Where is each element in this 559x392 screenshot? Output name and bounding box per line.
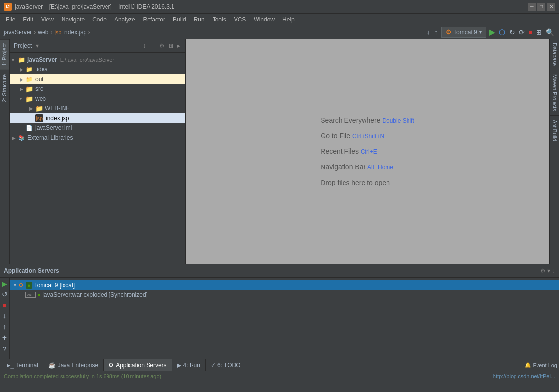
layout-button[interactable]: ⊞ [535, 28, 543, 36]
menu-view[interactable]: View [37, 15, 58, 24]
tab-todo-label: 6: TODO [217, 362, 241, 369]
menu-vcs[interactable]: VCS [230, 15, 250, 24]
server-war-item[interactable]: war ● javaServer:war exploded [Synchroni… [10, 290, 559, 300]
tab-project[interactable]: 1: Project [0, 39, 9, 70]
menu-run[interactable]: Run [190, 15, 209, 24]
tab-app-servers[interactable]: ⚙ Application Servers [104, 359, 172, 371]
file-icon-iml: 📄 [25, 124, 33, 132]
menu-navigate[interactable]: Navigate [58, 15, 88, 24]
java-enterprise-icon: ☕ [48, 362, 56, 369]
menu-analyze[interactable]: Analyze [110, 15, 139, 24]
project-root-path: E:\java_pro\javaServer [60, 57, 114, 62]
tab-terminal[interactable]: ▶_ Terminal [2, 359, 43, 371]
close-button[interactable]: ✕ [547, 3, 555, 11]
war-badge: war [25, 292, 36, 298]
status-link[interactable]: http://blog.csdn.net/ItPei... [493, 373, 555, 379]
tab-database[interactable]: Database [550, 39, 559, 70]
folder-icon-idea: 📁 [25, 65, 33, 73]
reload-button[interactable]: ↻ [508, 28, 516, 36]
extlibs-icon: 📚 [18, 134, 25, 142]
tree-item-iml[interactable]: 📄 javaServer.iml [10, 123, 185, 133]
event-log-link[interactable]: Event Log [533, 362, 557, 368]
tab-structure[interactable]: 2: Structure [0, 70, 9, 106]
reload-alt-button[interactable]: ⟳ [518, 28, 526, 36]
tree-item-web[interactable]: ▾ 📁 web [10, 94, 185, 103]
menu-refactor[interactable]: Refactor [139, 15, 169, 24]
tomcat-config-icon: ⚙ [446, 28, 452, 36]
menu-window[interactable]: Window [250, 15, 279, 24]
tab-ant[interactable]: Ant Build [550, 116, 559, 145]
tree-item-idea[interactable]: ▶ 📁 .idea [10, 64, 185, 74]
tab-maven[interactable]: Maven Projects [550, 70, 559, 116]
server-run-button[interactable]: ▶ [2, 280, 7, 288]
tree-item-out[interactable]: ▶ 📁 out [10, 74, 185, 84]
folder-icon-web: 📁 [25, 95, 33, 103]
status-message: Compilation completed successfully in 1s… [4, 373, 161, 379]
minimize-button[interactable]: ─ [528, 3, 536, 11]
panel-expand-button[interactable]: ⊞ [168, 42, 174, 49]
server-reload-button[interactable]: ↺ [2, 290, 8, 298]
menu-bar: File Edit View Navigate Code Analyze Ref… [0, 14, 559, 25]
server-help-button[interactable]: ? [3, 345, 7, 353]
window-controls: ─ □ ✕ [528, 3, 555, 11]
editor-hints: Search Everywhere Double Shift Go to Fil… [321, 116, 414, 186]
hint-goto-file: Go to File Ctrl+Shift+N [321, 132, 414, 140]
hint-search-everywhere: Search Everywhere Double Shift [321, 116, 414, 124]
expand-arrow-out: ▶ [20, 77, 25, 82]
tree-item-src[interactable]: ▶ 📁 src [10, 84, 185, 94]
server-add-button[interactable]: + [2, 333, 7, 342]
right-tool-tabs: Database Maven Projects Ant Build [549, 39, 559, 264]
folder-icon-src: 📁 [25, 85, 33, 93]
bottom-panel-title: Application Servers [4, 268, 59, 274]
tree-item-extlibs[interactable]: ▶ 📚 External Libraries [10, 133, 185, 143]
maximize-button[interactable]: □ [538, 3, 545, 11]
tab-run-label: 4: Run [183, 362, 200, 369]
tab-java-enterprise[interactable]: ☕ Java Enterprise [43, 359, 104, 371]
tab-app-servers-label: Application Servers [116, 362, 166, 369]
server-tomcat-local[interactable]: ▾ ⚙ ● Tomcat 9 [local] [10, 280, 559, 290]
breadcrumb-web[interactable]: web [38, 29, 48, 36]
server-down-button[interactable]: ↓ [3, 312, 6, 320]
title-bar: IJ javaServer – [E:\java_pro\javaServer]… [0, 0, 559, 14]
debug-button[interactable]: ⬡ [498, 28, 506, 37]
back-button[interactable]: ↓ [425, 28, 431, 36]
sync-files-button[interactable]: ↕ [142, 42, 147, 49]
run-config-selector[interactable]: ⚙ Tomcat 9 ▾ [441, 27, 486, 38]
server-up-button[interactable]: ↑ [3, 323, 6, 330]
menu-build[interactable]: Build [169, 15, 190, 24]
expand-arrow-src: ▶ [20, 86, 25, 92]
tab-todo[interactable]: ✓ 6: TODO [206, 359, 246, 371]
tab-run[interactable]: ▶ 4: Run [172, 359, 206, 371]
tree-item-root[interactable]: ▾ 📁 javaServer E:\java_pro\javaServer [10, 55, 185, 64]
panel-settings-button[interactable]: ⚙ [158, 42, 166, 49]
hint-drop-files: Drop files here to open [321, 179, 414, 186]
menu-help[interactable]: Help [279, 15, 299, 24]
expand-arrow-root: ▾ [12, 57, 18, 62]
left-tool-tabs: 1: Project 2: Structure [0, 39, 10, 264]
expand-arrow-idea: ▶ [20, 67, 25, 72]
stop-button[interactable]: ■ [528, 29, 533, 36]
project-root-name: javaServer [27, 56, 57, 63]
tree-item-webinf[interactable]: ▶ 📁 WEB-INF [10, 103, 185, 113]
tree-label-iml: javaServer.iml [35, 124, 72, 131]
menu-edit[interactable]: Edit [19, 15, 37, 24]
tree-item-indexjsp[interactable]: jsp index.jsp [10, 113, 185, 123]
forward-button[interactable]: ↑ [433, 28, 440, 36]
menu-tools[interactable]: Tools [209, 15, 230, 24]
breadcrumb-file[interactable]: index.jsp [63, 29, 86, 36]
breadcrumb-project[interactable]: javaServer [4, 29, 32, 36]
run-icon: ▶ [177, 362, 181, 369]
menu-code[interactable]: Code [88, 15, 110, 24]
war-status-icon: ● [38, 292, 41, 298]
bottom-panel-settings-button[interactable]: ⚙ ▾ [540, 268, 550, 274]
menu-file[interactable]: File [2, 15, 19, 24]
server-expand-arrow: ▾ [14, 282, 16, 288]
collapse-all-button[interactable]: — [149, 42, 156, 49]
panel-gear-button[interactable]: ▸ [176, 42, 181, 49]
server-name: Tomcat 9 [local] [34, 282, 75, 289]
bottom-panel-hide-button[interactable]: ↓ [552, 268, 555, 274]
search-everywhere-button[interactable]: 🔍 [545, 28, 555, 36]
server-stop-button[interactable]: ■ [2, 301, 6, 309]
run-button[interactable]: ▶ [488, 27, 496, 37]
tree-label-indexjsp: index.jsp [46, 115, 69, 122]
